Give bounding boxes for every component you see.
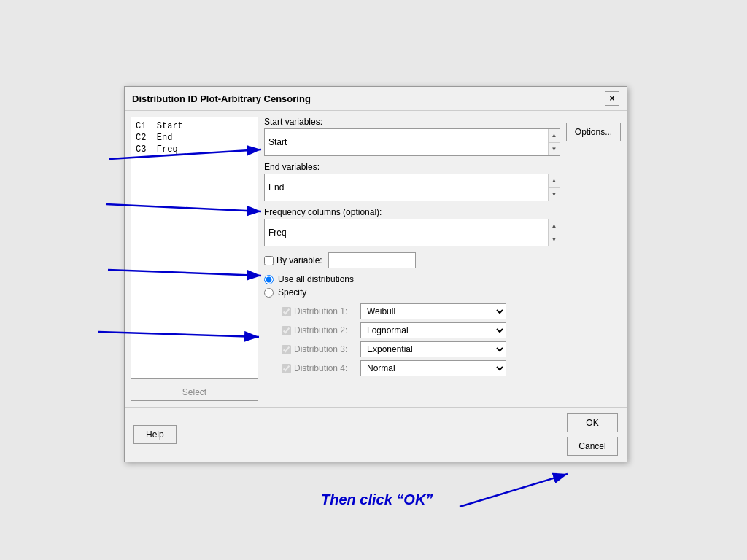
list-item[interactable]: C3 Freq (134, 144, 255, 155)
dialog: Distribution ID Plot-Arbitrary Censoring… (124, 86, 627, 462)
dist1-label: Distribution 1: (294, 306, 347, 316)
freq-group: Frequency columns (optional): ▲ ▼ (264, 207, 560, 246)
by-variable-checkbox-label[interactable]: By variable: (264, 255, 322, 265)
list-item[interactable]: C2 End (134, 132, 255, 144)
dist1-select[interactable]: Weibull Lognormal Exponential Normal (360, 303, 506, 319)
specify-radio[interactable] (264, 288, 274, 298)
start-variables-label: Start variables: (264, 117, 560, 127)
start-variables-group: Start variables: ▲ ▼ (264, 117, 560, 156)
distribution-grid: Distribution 1: Weibull Lognormal Expone… (264, 303, 560, 376)
dist2-checkbox[interactable] (282, 326, 291, 335)
dist2-label: Distribution 2: (294, 325, 347, 335)
dist3-select[interactable]: Weibull Lognormal Exponential Normal (360, 341, 506, 357)
end-input-box: ▲ ▼ (264, 174, 560, 201)
end-scroll-down[interactable]: ▼ (549, 188, 560, 201)
distribution-radio-group: Use all distributions Specify (264, 274, 560, 298)
by-variable-label: By variable: (276, 255, 322, 265)
list-item[interactable]: C1 Start (134, 120, 255, 132)
freq-input[interactable] (265, 219, 548, 246)
by-variable-checkbox[interactable] (264, 256, 274, 265)
left-panel: C1 Start C2 End C3 Freq Select (131, 117, 258, 401)
dist2-checkbox-label[interactable]: Distribution 2: (282, 325, 355, 335)
freq-scroll-arrows: ▲ ▼ (548, 219, 560, 246)
variable-list[interactable]: C1 Start C2 End C3 Freq (131, 117, 258, 379)
by-variable-row: By variable: (264, 252, 560, 268)
specify-label: Specify (278, 287, 306, 298)
cancel-button[interactable]: Cancel (567, 437, 618, 456)
start-scroll-down[interactable]: ▼ (549, 143, 560, 156)
dialog-body: C1 Start C2 End C3 Freq Select Start var… (125, 111, 627, 407)
freq-input-box: ▲ ▼ (264, 219, 560, 246)
end-variables-label: End variables: (264, 162, 560, 172)
annotation-text: Then click “OK” (321, 491, 433, 508)
use-all-label: Use all distributions (278, 274, 354, 284)
start-scroll-arrows: ▲ ▼ (548, 129, 560, 155)
dist3-checkbox[interactable] (282, 345, 291, 354)
dialog-title: Distribution ID Plot-Arbitrary Censoring (132, 93, 311, 104)
end-scroll-arrows: ▲ ▼ (548, 174, 560, 201)
dist1-checkbox-label[interactable]: Distribution 1: (282, 306, 355, 316)
close-button[interactable]: × (605, 91, 619, 106)
dist3-row: Distribution 3: Weibull Lognormal Expone… (282, 341, 560, 357)
ok-button[interactable]: OK (567, 413, 618, 432)
right-panel: Start variables: ▲ ▼ End variables: (264, 117, 560, 401)
dist1-row: Distribution 1: Weibull Lognormal Expone… (282, 303, 560, 319)
dist1-checkbox[interactable] (282, 307, 291, 316)
start-input[interactable] (265, 129, 548, 155)
page-background: Distribution ID Plot-Arbitrary Censoring… (0, 0, 747, 560)
options-button[interactable]: Options... (566, 122, 621, 141)
end-variables-group: End variables: ▲ ▼ (264, 162, 560, 201)
dialog-footer: Help OK Cancel (125, 407, 627, 462)
start-scroll-up[interactable]: ▲ (549, 129, 560, 143)
dist4-select[interactable]: Weibull Lognormal Exponential Normal (360, 360, 506, 376)
dist4-checkbox-label[interactable]: Distribution 4: (282, 363, 355, 373)
select-button[interactable]: Select (131, 384, 258, 401)
specify-radio-label[interactable]: Specify (264, 287, 560, 298)
dist4-label: Distribution 4: (294, 363, 347, 373)
action-column: Options... (566, 117, 621, 401)
dist4-row: Distribution 4: Weibull Lognormal Expone… (282, 360, 560, 376)
freq-scroll-down[interactable]: ▼ (549, 233, 560, 246)
ok-cancel-group: OK Cancel (567, 413, 618, 456)
start-input-box: ▲ ▼ (264, 128, 560, 156)
freq-label: Frequency columns (optional): (264, 207, 560, 217)
dialog-titlebar: Distribution ID Plot-Arbitrary Censoring… (125, 87, 627, 111)
dist3-label: Distribution 3: (294, 344, 347, 354)
dist3-checkbox-label[interactable]: Distribution 3: (282, 344, 355, 354)
use-all-radio[interactable] (264, 275, 274, 284)
end-input[interactable] (265, 174, 548, 201)
use-all-radio-label[interactable]: Use all distributions (264, 274, 560, 284)
dist4-checkbox[interactable] (282, 364, 291, 373)
freq-scroll-up[interactable]: ▲ (549, 219, 560, 233)
by-variable-input[interactable] (328, 252, 416, 268)
help-button[interactable]: Help (133, 425, 177, 444)
dist2-row: Distribution 2: Weibull Lognormal Expone… (282, 322, 560, 338)
dist2-select[interactable]: Weibull Lognormal Exponential Normal (360, 322, 506, 338)
svg-line-5 (460, 474, 568, 507)
end-scroll-up[interactable]: ▲ (549, 174, 560, 188)
